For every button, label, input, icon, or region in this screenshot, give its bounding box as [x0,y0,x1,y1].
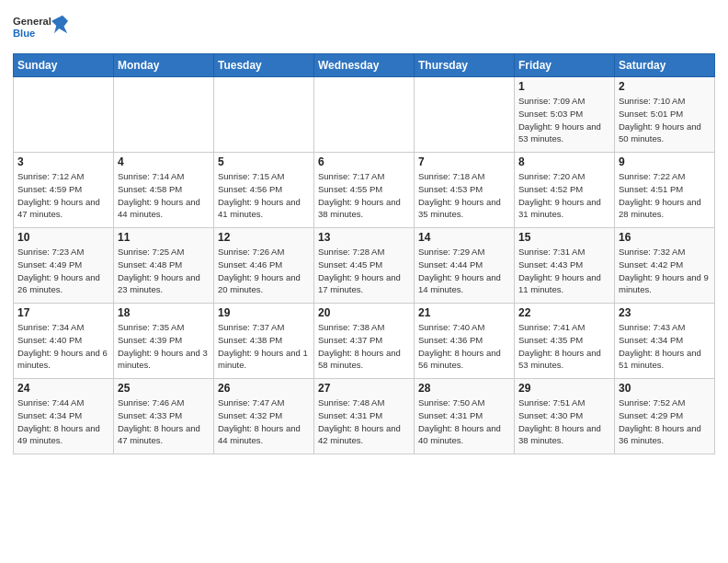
calendar-cell [415,77,515,153]
day-number: 30 [619,382,711,395]
day-info: Sunrise: 7:32 AM Sunset: 4:42 PM Dayligh… [619,246,711,296]
calendar-cell: 10Sunrise: 7:23 AM Sunset: 4:49 PM Dayli… [14,228,114,304]
day-number: 21 [418,306,510,319]
calendar-cell: 17Sunrise: 7:34 AM Sunset: 4:40 PM Dayli… [14,304,114,379]
calendar-cell: 13Sunrise: 7:28 AM Sunset: 4:45 PM Dayli… [314,228,415,304]
svg-text:General: General [13,16,51,27]
day-info: Sunrise: 7:34 AM Sunset: 4:40 PM Dayligh… [17,321,109,372]
week-row-4: 17Sunrise: 7:34 AM Sunset: 4:40 PM Dayli… [14,304,715,379]
day-info: Sunrise: 7:10 AM Sunset: 5:01 PM Dayligh… [619,95,711,145]
col-header-saturday: Saturday [615,54,715,77]
col-header-wednesday: Wednesday [314,54,415,77]
day-info: Sunrise: 7:48 AM Sunset: 4:31 PM Dayligh… [318,396,410,447]
calendar-cell: 2Sunrise: 7:10 AM Sunset: 5:01 PM Daylig… [615,77,715,153]
calendar-cell: 29Sunrise: 7:51 AM Sunset: 4:30 PM Dayli… [515,379,615,454]
calendar-cell: 7Sunrise: 7:18 AM Sunset: 4:53 PM Daylig… [415,153,515,228]
calendar-cell: 26Sunrise: 7:47 AM Sunset: 4:32 PM Dayli… [214,379,314,454]
day-number: 9 [619,155,711,168]
day-info: Sunrise: 7:41 AM Sunset: 4:35 PM Dayligh… [518,321,610,372]
calendar-cell: 24Sunrise: 7:44 AM Sunset: 4:34 PM Dayli… [14,379,114,454]
calendar-cell: 25Sunrise: 7:46 AM Sunset: 4:33 PM Dayli… [114,379,214,454]
calendar-cell: 21Sunrise: 7:40 AM Sunset: 4:36 PM Dayli… [415,304,515,379]
day-info: Sunrise: 7:40 AM Sunset: 4:36 PM Dayligh… [418,321,510,372]
calendar-cell: 5Sunrise: 7:15 AM Sunset: 4:56 PM Daylig… [214,153,314,228]
day-number: 7 [418,155,510,168]
calendar-cell: 16Sunrise: 7:32 AM Sunset: 4:42 PM Dayli… [615,228,715,304]
day-number: 18 [118,306,210,319]
calendar-table: SundayMondayTuesdayWednesdayThursdayFrid… [13,53,715,454]
day-number: 22 [518,306,610,319]
logo: General Blue [13,9,68,48]
calendar-cell: 23Sunrise: 7:43 AM Sunset: 4:34 PM Dayli… [615,304,715,379]
svg-marker-2 [51,16,68,34]
logo-svg: General Blue [13,9,68,48]
day-number: 12 [218,231,310,244]
day-number: 5 [218,155,310,168]
day-number: 15 [518,231,610,244]
day-number: 27 [318,382,410,395]
calendar-cell: 14Sunrise: 7:29 AM Sunset: 4:44 PM Dayli… [415,228,515,304]
day-number: 16 [619,231,711,244]
calendar-cell: 22Sunrise: 7:41 AM Sunset: 4:35 PM Dayli… [515,304,615,379]
col-header-tuesday: Tuesday [214,54,314,77]
day-info: Sunrise: 7:31 AM Sunset: 4:43 PM Dayligh… [518,246,610,296]
day-number: 23 [619,306,711,319]
day-info: Sunrise: 7:12 AM Sunset: 4:59 PM Dayligh… [17,170,109,221]
day-number: 6 [318,155,410,168]
calendar-cell [314,77,415,153]
day-number: 11 [118,231,210,244]
day-info: Sunrise: 7:17 AM Sunset: 4:55 PM Dayligh… [318,170,410,221]
day-number: 19 [218,306,310,319]
day-info: Sunrise: 7:14 AM Sunset: 4:58 PM Dayligh… [118,170,210,221]
calendar-cell: 30Sunrise: 7:52 AM Sunset: 4:29 PM Dayli… [615,379,715,454]
day-number: 26 [218,382,310,395]
col-header-friday: Friday [515,54,615,77]
day-info: Sunrise: 7:20 AM Sunset: 4:52 PM Dayligh… [518,170,610,221]
calendar-cell: 28Sunrise: 7:50 AM Sunset: 4:31 PM Dayli… [415,379,515,454]
day-number: 10 [17,231,109,244]
day-info: Sunrise: 7:29 AM Sunset: 4:44 PM Dayligh… [418,246,510,296]
calendar-cell: 9Sunrise: 7:22 AM Sunset: 4:51 PM Daylig… [615,153,715,228]
calendar-cell: 19Sunrise: 7:37 AM Sunset: 4:38 PM Dayli… [214,304,314,379]
week-row-2: 3Sunrise: 7:12 AM Sunset: 4:59 PM Daylig… [14,153,715,228]
day-info: Sunrise: 7:51 AM Sunset: 4:30 PM Dayligh… [518,396,610,447]
day-number: 14 [418,231,510,244]
day-info: Sunrise: 7:28 AM Sunset: 4:45 PM Dayligh… [318,246,410,296]
col-header-sunday: Sunday [14,54,114,77]
day-info: Sunrise: 7:15 AM Sunset: 4:56 PM Dayligh… [218,170,310,221]
day-info: Sunrise: 7:38 AM Sunset: 4:37 PM Dayligh… [318,321,410,372]
day-number: 3 [17,155,109,168]
calendar-cell: 15Sunrise: 7:31 AM Sunset: 4:43 PM Dayli… [515,228,615,304]
calendar-cell: 4Sunrise: 7:14 AM Sunset: 4:58 PM Daylig… [114,153,214,228]
day-number: 28 [418,382,510,395]
calendar-cell [114,77,214,153]
day-number: 29 [518,382,610,395]
week-row-1: 1Sunrise: 7:09 AM Sunset: 5:03 PM Daylig… [14,77,715,153]
day-number: 20 [318,306,410,319]
calendar-cell: 18Sunrise: 7:35 AM Sunset: 4:39 PM Dayli… [114,304,214,379]
svg-text:Blue: Blue [13,28,35,39]
day-info: Sunrise: 7:47 AM Sunset: 4:32 PM Dayligh… [218,396,310,447]
calendar-cell: 11Sunrise: 7:25 AM Sunset: 4:48 PM Dayli… [114,228,214,304]
day-info: Sunrise: 7:50 AM Sunset: 4:31 PM Dayligh… [418,396,510,447]
day-info: Sunrise: 7:25 AM Sunset: 4:48 PM Dayligh… [118,246,210,296]
col-header-thursday: Thursday [415,54,515,77]
day-number: 8 [518,155,610,168]
day-info: Sunrise: 7:22 AM Sunset: 4:51 PM Dayligh… [619,170,711,221]
calendar-cell: 27Sunrise: 7:48 AM Sunset: 4:31 PM Dayli… [314,379,415,454]
week-row-5: 24Sunrise: 7:44 AM Sunset: 4:34 PM Dayli… [14,379,715,454]
day-number: 13 [318,231,410,244]
day-number: 2 [619,80,711,93]
week-row-3: 10Sunrise: 7:23 AM Sunset: 4:49 PM Dayli… [14,228,715,304]
page: General Blue SundayMondayTuesdayWednesda… [0,0,728,563]
day-info: Sunrise: 7:43 AM Sunset: 4:34 PM Dayligh… [619,321,711,372]
calendar-cell: 8Sunrise: 7:20 AM Sunset: 4:52 PM Daylig… [515,153,615,228]
col-header-monday: Monday [114,54,214,77]
day-number: 25 [118,382,210,395]
calendar-cell: 12Sunrise: 7:26 AM Sunset: 4:46 PM Dayli… [214,228,314,304]
calendar-cell: 3Sunrise: 7:12 AM Sunset: 4:59 PM Daylig… [14,153,114,228]
day-number: 17 [17,306,109,319]
day-info: Sunrise: 7:23 AM Sunset: 4:49 PM Dayligh… [17,246,109,296]
calendar-cell [14,77,114,153]
header: General Blue [13,9,715,48]
